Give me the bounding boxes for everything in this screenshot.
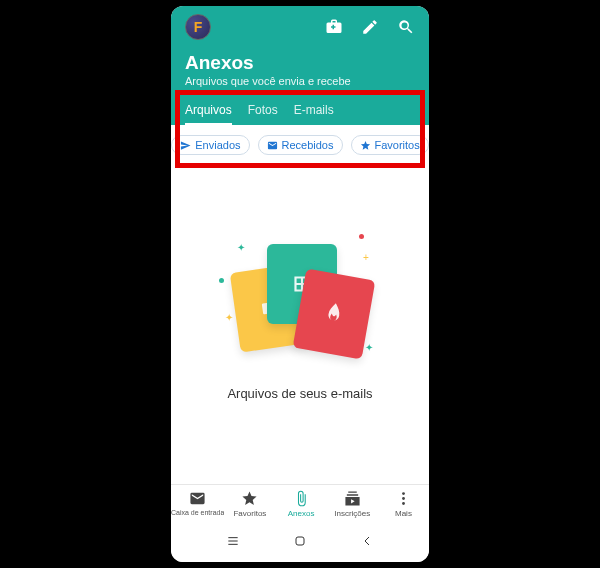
subscription-icon <box>344 490 361 507</box>
nav-label: Anexos <box>288 509 315 518</box>
svg-rect-7 <box>296 537 304 545</box>
nav-more[interactable]: Mais <box>378 485 429 522</box>
nav-label: Mais <box>395 509 412 518</box>
page-title: Anexos <box>185 52 415 74</box>
medkit-icon[interactable] <box>325 18 343 36</box>
edit-icon[interactable] <box>361 18 379 36</box>
phone-screen: F Anexos Arquivos que você envia e receb… <box>171 6 429 562</box>
chip-label: Enviados <box>195 139 240 151</box>
nav-label: Inscrições <box>334 509 370 518</box>
app-header: F Anexos Arquivos que você envia e receb… <box>171 6 429 97</box>
back-button[interactable] <box>358 532 376 550</box>
home-button[interactable] <box>291 532 309 550</box>
filter-chips: Enviados Recebidos Favoritos <box>171 125 429 165</box>
tab-emails[interactable]: E-mails <box>294 103 334 125</box>
star-icon <box>241 490 258 507</box>
chip-label: Favoritos <box>375 139 420 151</box>
chip-recebidos[interactable]: Recebidos <box>258 135 343 155</box>
nav-subscriptions[interactable]: Inscrições <box>327 485 378 522</box>
svg-point-2 <box>402 497 405 500</box>
star-icon <box>360 140 371 151</box>
tab-arquivos[interactable]: Arquivos <box>185 103 232 125</box>
nav-favorites[interactable]: Favoritos <box>224 485 275 522</box>
tabs-bar: Arquivos Fotos E-mails <box>171 97 429 125</box>
nav-label: Favoritos <box>233 509 266 518</box>
android-nav-bar <box>171 522 429 562</box>
chip-enviados[interactable]: Enviados <box>171 135 249 155</box>
inbox-icon <box>189 490 206 507</box>
page-subtitle: Arquivos que você envia e recebe <box>185 75 415 87</box>
empty-state-text: Arquivos de seus e-mails <box>227 386 372 401</box>
nav-inbox[interactable]: Caixa de entrada <box>171 485 224 522</box>
avatar[interactable]: F <box>185 14 211 40</box>
send-icon <box>180 140 191 151</box>
svg-point-1 <box>402 492 405 495</box>
chip-label: Recebidos <box>282 139 334 151</box>
mail-icon <box>267 140 278 151</box>
nav-label: Caixa de entrada <box>171 509 224 516</box>
recent-apps-button[interactable] <box>224 532 242 550</box>
tab-fotos[interactable]: Fotos <box>248 103 278 125</box>
svg-point-3 <box>402 502 405 505</box>
nav-attachments[interactable]: Anexos <box>276 485 327 522</box>
chip-favoritos[interactable]: Favoritos <box>351 135 429 155</box>
header-toolbar: F <box>185 14 415 48</box>
pdf-card-icon <box>293 269 376 360</box>
empty-state: ✦ + ✦ ✦ Arquivos de seus e-mails <box>171 165 429 484</box>
paperclip-icon <box>293 490 310 507</box>
more-icon <box>395 490 412 507</box>
search-icon[interactable] <box>397 18 415 36</box>
files-illustration: ✦ + ✦ ✦ <box>225 238 375 368</box>
bottom-nav: Caixa de entrada Favoritos Anexos Inscri… <box>171 484 429 522</box>
